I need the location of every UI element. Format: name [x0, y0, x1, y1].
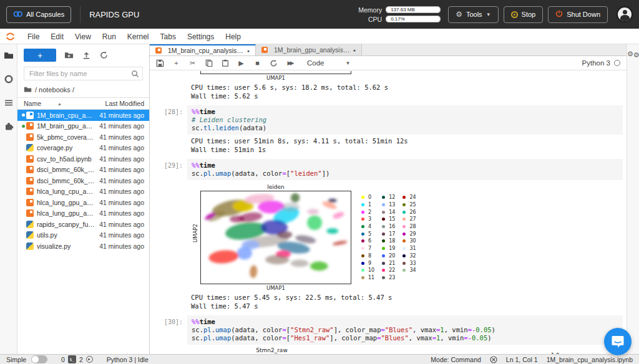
legend-label: 2: [368, 209, 371, 215]
legend-dot: [361, 203, 364, 206]
menu-edit[interactable]: Edit: [45, 32, 69, 41]
refresh-icon[interactable]: [99, 50, 109, 60]
file-modified: 41 minutes ago: [99, 122, 144, 130]
next-plot-partial: Stmn2_raw 1.0: [192, 347, 627, 354]
code-cell-28[interactable]: [28]: %%time # Leiden clustering sc.tl.l…: [150, 105, 623, 135]
menu-run[interactable]: Run: [97, 32, 122, 41]
legend-label: 16: [389, 224, 395, 229]
plot-xlabel: UMAP1: [266, 285, 285, 291]
chat-messenger-button[interactable]: [604, 328, 632, 355]
menu-settings[interactable]: Settings: [182, 32, 220, 41]
terminals-count: 0: [61, 356, 65, 363]
new-folder-icon[interactable]: [64, 50, 74, 60]
property-inspector-icon[interactable]: ⚙⚙: [627, 49, 639, 59]
stop-button[interactable]: Stop: [504, 6, 544, 23]
menu-view[interactable]: View: [69, 32, 97, 41]
kernel-status-icon[interactable]: [614, 60, 620, 66]
restart-kernel-icon[interactable]: [270, 59, 278, 67]
run-cell-icon[interactable]: ▶: [237, 59, 245, 67]
legend-dot: [382, 254, 385, 257]
file-row[interactable]: hlca_lung_gpu_ana...41 minutes ago: [17, 208, 149, 219]
save-icon[interactable]: [156, 59, 164, 67]
legend-dot: [361, 254, 364, 257]
user-avatar[interactable]: [617, 6, 633, 22]
cut-cells-icon[interactable]: ✂: [188, 59, 197, 67]
code-input[interactable]: %%time # Leiden clustering sc.tl.leiden(…: [187, 105, 623, 135]
menu-kernel[interactable]: Kernel: [122, 32, 155, 41]
simple-mode-toggle[interactable]: [31, 355, 47, 363]
legend-label: 23: [389, 275, 395, 280]
legend-label: 9: [368, 261, 371, 266]
memory-value: 137.63 MB: [386, 6, 441, 13]
code-input[interactable]: %%time sc.pl.umap(adata, color=["Stmn2_r…: [187, 315, 623, 345]
file-row[interactable]: hlca_lung_gpu_ana...41 minutes ago: [17, 197, 149, 208]
legend-dot: [361, 247, 364, 250]
legend-dot: [361, 269, 364, 272]
tab-1m-brain-gpu-analysis[interactable]: 1M_brain_gpu_analysis_uv ●: [256, 44, 362, 55]
python-file-icon: [26, 242, 34, 250]
legend-item-2: 2: [361, 208, 374, 216]
legend-dot: [382, 276, 385, 279]
file-row[interactable]: csv_to_h5ad.ipynb41 minutes ago: [17, 153, 149, 165]
command-mode-indicator[interactable]: Mode: Command: [431, 356, 481, 363]
cursor-position[interactable]: Ln 1, Col 1: [506, 356, 538, 363]
file-modified: 41 minutes ago: [99, 177, 144, 184]
interrupt-kernel-icon[interactable]: ■: [253, 59, 261, 67]
file-row[interactable]: hlca_lung_cpu_ana...41 minutes ago: [17, 186, 149, 198]
paste-cells-icon[interactable]: [221, 59, 229, 67]
upload-icon[interactable]: [82, 50, 91, 60]
cell-type-dropdown[interactable]: Code ▼: [307, 59, 350, 67]
restart-run-all-icon[interactable]: ▶▶: [286, 59, 294, 67]
legend-dot: [402, 232, 406, 236]
tab-1m-brain-cpu-analysis[interactable]: 1M_brain_cpu_analysis.ipy ●: [150, 44, 256, 55]
legend-label: 3: [368, 216, 371, 222]
notifications-icon[interactable]: [490, 356, 497, 363]
active-file-name[interactable]: 1M_brain_cpu_analysis.ipynb: [547, 356, 633, 363]
dirty-indicator: ●: [247, 49, 250, 53]
file-list-header: Name ▲ Last Modified: [17, 97, 149, 110]
legend-dot: [402, 262, 406, 265]
menu-help[interactable]: Help: [220, 32, 246, 41]
legend-dot: [382, 218, 385, 221]
legend-dot: [382, 225, 385, 228]
running-kernels-icon[interactable]: [4, 74, 14, 84]
all-capsules-button[interactable]: All Capsules: [6, 6, 71, 23]
file-row[interactable]: 1M_brain_cpu_anal...41 minutes ago: [17, 110, 149, 121]
extensions-puzzle-icon[interactable]: [4, 122, 14, 132]
column-modified-label[interactable]: Last Modified: [105, 100, 144, 107]
code-cell-29[interactable]: [29]: %%time sc.pl.umap(adata, color=["l…: [150, 159, 623, 180]
file-row[interactable]: dsci_bmmc_60k_g...41 minutes ago: [17, 175, 149, 186]
file-row[interactable]: dsci_bmmc_60k_c...41 minutes ago: [17, 165, 149, 176]
new-launcher-button[interactable]: +: [24, 49, 56, 62]
table-of-contents-icon[interactable]: [4, 98, 14, 108]
menu-file[interactable]: File: [22, 32, 45, 41]
tools-button[interactable]: ⚙ Tools ▼: [448, 6, 498, 23]
kernel-status[interactable]: Python 3 | Idle: [107, 356, 149, 363]
terminal-icon[interactable]: $_: [68, 355, 76, 363]
file-name: coverage.py: [37, 144, 95, 151]
legend-dot: [361, 276, 364, 279]
file-row[interactable]: utils.py41 minutes ago: [17, 230, 149, 241]
copy-cells-icon[interactable]: [205, 59, 213, 67]
add-cell-icon[interactable]: +: [172, 59, 180, 67]
filter-files-input[interactable]: [24, 67, 143, 80]
menu-tabs[interactable]: Tabs: [155, 32, 182, 41]
kernel-name[interactable]: Python 3: [582, 59, 610, 67]
file-row[interactable]: 1M_brain_gpu_anal...41 minutes ago: [17, 121, 149, 132]
file-modified: 41 minutes ago: [99, 155, 144, 163]
file-row[interactable]: coverage.py41 minutes ago: [17, 143, 149, 154]
kernel-sessions-icon[interactable]: [86, 356, 93, 363]
breadcrumb[interactable]: / notebooks /: [17, 85, 149, 97]
column-name-label[interactable]: Name: [24, 100, 41, 107]
notebook-content[interactable]: UMAP1 CPU times: user 5.6 s, sys: 18.2 m…: [150, 70, 627, 354]
shutdown-button[interactable]: Shut Down: [548, 6, 608, 23]
code-cell-30[interactable]: [30]: %%time sc.pl.umap(adata, color=["S…: [150, 315, 623, 345]
sort-ascending-icon[interactable]: ▲: [57, 102, 62, 106]
file-row[interactable]: visualize.py41 minutes ago: [17, 241, 149, 252]
code-input[interactable]: %%time sc.pl.umap(adata, color=["leiden"…: [187, 159, 623, 180]
legend-label: 14: [389, 209, 395, 215]
file-row[interactable]: rapids_scanpy_fun...41 minutes ago: [17, 219, 149, 230]
file-browser-icon[interactable]: [4, 50, 14, 60]
file-row[interactable]: 5k_pbmc_coverage...41 minutes ago: [17, 132, 149, 143]
plot-title: leiden: [267, 184, 285, 190]
